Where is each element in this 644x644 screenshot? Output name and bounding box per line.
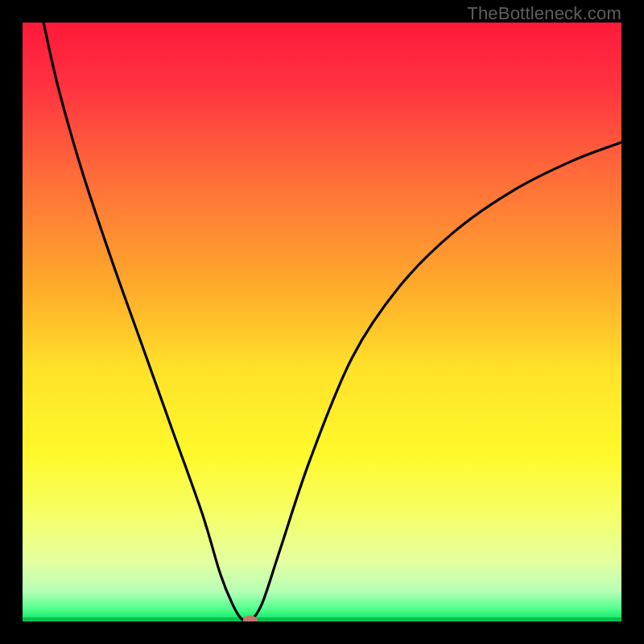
bottom-green-band: [23, 617, 621, 621]
watermark-text: TheBottleneck.com: [467, 3, 621, 24]
gradient-background: [23, 23, 621, 621]
chart-plot: [23, 23, 621, 621]
chart-frame: [23, 23, 621, 621]
